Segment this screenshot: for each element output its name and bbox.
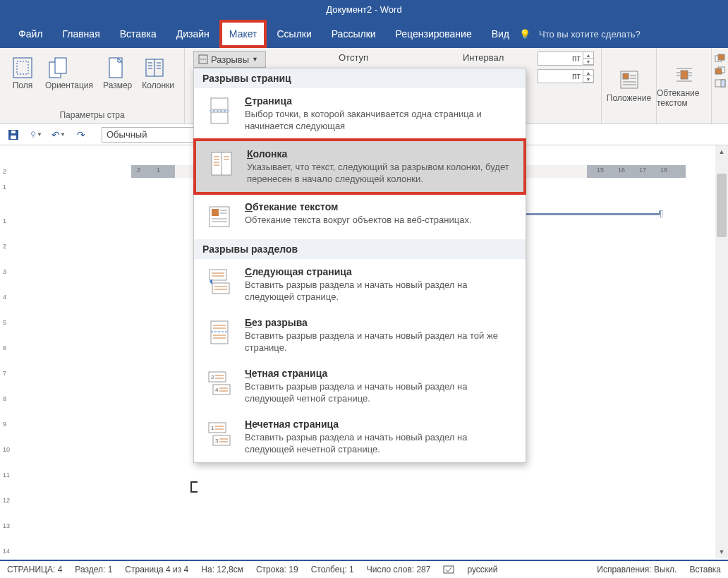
columns-icon[interactable] bbox=[142, 55, 167, 80]
scroll-thumb[interactable] bbox=[717, 174, 727, 237]
svg-rect-81 bbox=[11, 131, 16, 133]
svg-rect-1 bbox=[17, 61, 28, 74]
tab-file[interactable]: Файл bbox=[8, 20, 52, 48]
break-column-desc: Указывает, что текст, следующий за разры… bbox=[247, 161, 514, 185]
break-column-title: Колонка bbox=[247, 148, 514, 159]
svg-rect-3 bbox=[55, 58, 66, 73]
columns-label: Колонки bbox=[142, 80, 174, 90]
save-icon[interactable] bbox=[7, 128, 20, 141]
tab-references[interactable]: Ссылки bbox=[267, 20, 321, 48]
section-even-icon: 24 bbox=[204, 368, 235, 399]
svg-rect-46 bbox=[212, 209, 219, 216]
section-continuous-desc: Вставить разрыв раздела и начать новый р… bbox=[245, 330, 516, 354]
status-page-of[interactable]: Страница 4 из 4 bbox=[125, 565, 188, 574]
ribbon: Поля Ориентация Размер Колонки bbox=[0, 48, 728, 124]
breaks-button-label: Разрывы bbox=[211, 54, 249, 65]
redo-icon[interactable]: ↷ bbox=[75, 128, 87, 141]
size-label: Размер bbox=[103, 80, 132, 90]
section-odd-desc: Вставить разрыв раздела и начать новый р… bbox=[245, 431, 516, 455]
chevron-down-icon: ▼ bbox=[252, 56, 258, 63]
tab-review[interactable]: Рецензирование bbox=[386, 20, 482, 48]
status-line[interactable]: Строка: 19 bbox=[256, 565, 298, 574]
tab-mailings[interactable]: Рассылки bbox=[322, 20, 386, 48]
page-break-icon bbox=[204, 95, 235, 126]
tab-view[interactable]: Вид bbox=[482, 20, 519, 48]
section-continuous-title: Без разрыва bbox=[245, 317, 516, 328]
selection-pane-icon[interactable] bbox=[715, 79, 726, 88]
svg-rect-0 bbox=[13, 58, 32, 78]
svg-rect-35 bbox=[211, 112, 228, 124]
tab-home[interactable]: Главная bbox=[52, 20, 109, 48]
undo-icon[interactable]: ↶▼ bbox=[52, 128, 65, 141]
section-continuous-item[interactable]: Без разрываВставить разрыв раздела и нач… bbox=[194, 310, 526, 361]
svg-rect-52 bbox=[212, 283, 229, 294]
svg-text:3: 3 bbox=[215, 438, 219, 444]
scroll-up-icon[interactable]: ▲ bbox=[715, 145, 728, 158]
tell-me-input[interactable]: Что вы хотите сделать? bbox=[539, 29, 641, 40]
title-bar: Документ2 - Word bbox=[0, 0, 728, 20]
section-breaks-header: Разрывы разделов bbox=[194, 239, 526, 259]
svg-text:4: 4 bbox=[215, 387, 219, 393]
break-wrap-desc: Обтекание текста вокруг объектов на веб-… bbox=[245, 214, 472, 226]
break-page-desc: Выбор точки, в которой заканчивается одн… bbox=[245, 108, 516, 132]
wrap-text-button[interactable]: Обтекание текстом bbox=[656, 48, 711, 124]
section-odd-title: Нечетная страница bbox=[245, 419, 516, 430]
break-column-item[interactable]: КолонкаУказывает, что текст, следующий з… bbox=[196, 141, 523, 192]
interval-label: Интервал bbox=[463, 52, 504, 63]
status-section[interactable]: Раздел: 1 bbox=[75, 565, 112, 574]
text-cursor bbox=[190, 481, 198, 493]
svg-rect-80 bbox=[11, 136, 16, 139]
section-even-title: Четная страница bbox=[245, 368, 516, 379]
vertical-scrollbar[interactable]: ▲ ▼ bbox=[715, 145, 728, 558]
position-button[interactable]: Положение bbox=[601, 48, 656, 124]
svg-rect-83 bbox=[444, 566, 454, 573]
section-even-desc: Вставить разрыв раздела и начать новый р… bbox=[245, 380, 516, 404]
send-backward-icon[interactable] bbox=[715, 66, 726, 75]
column-break-mark bbox=[512, 213, 660, 215]
section-next-page-item[interactable]: Следующая страницаВставить разрыв раздел… bbox=[194, 259, 526, 310]
svg-rect-16 bbox=[623, 73, 629, 79]
break-page-item[interactable]: СтраницаВыбор точки, в которой заканчива… bbox=[194, 88, 526, 139]
status-bar: СТРАНИЦА: 4 Раздел: 1 Страница 4 из 4 На… bbox=[0, 560, 728, 578]
section-odd-item[interactable]: 13 Нечетная страницаВставить разрыв разд… bbox=[194, 411, 526, 462]
size-icon[interactable] bbox=[103, 55, 128, 80]
tab-insert[interactable]: Вставка bbox=[110, 20, 166, 48]
touch-mode-icon[interactable]: ▼ bbox=[30, 128, 42, 141]
column-break-icon bbox=[206, 148, 237, 179]
spin-up-icon[interactable]: ▲ bbox=[583, 70, 593, 76]
status-language[interactable]: русский bbox=[467, 565, 497, 574]
orientation-icon[interactable] bbox=[45, 55, 71, 80]
status-words[interactable]: Число слов: 287 bbox=[367, 565, 431, 574]
status-column[interactable]: Столбец: 1 bbox=[311, 565, 354, 574]
svg-rect-57 bbox=[211, 321, 228, 344]
section-odd-icon: 13 bbox=[204, 419, 235, 450]
spin-down-icon[interactable]: ▼ bbox=[583, 76, 593, 83]
status-track-changes[interactable]: Исправления: Выкл. bbox=[597, 565, 677, 574]
breaks-button[interactable]: Разрывы ▼ bbox=[193, 51, 266, 68]
status-page[interactable]: СТРАНИЦА: 4 bbox=[7, 565, 62, 574]
break-page-title: Страница bbox=[245, 95, 516, 107]
section-next-title: Следующая страница bbox=[245, 266, 516, 277]
page-breaks-header: Разрывы страниц bbox=[194, 68, 526, 88]
svg-text:2: 2 bbox=[211, 374, 214, 380]
status-position[interactable]: На: 12,8см bbox=[201, 565, 243, 574]
ribbon-tabs: Файл Главная Вставка Дизайн Макет Ссылки… bbox=[0, 20, 728, 48]
spacing-before-field[interactable]: пт▲▼ bbox=[538, 52, 594, 66]
margins-icon[interactable] bbox=[10, 55, 35, 80]
svg-rect-31 bbox=[715, 68, 722, 74]
bring-forward-icon[interactable] bbox=[715, 54, 726, 62]
scroll-down-icon[interactable]: ▼ bbox=[715, 546, 728, 558]
spellcheck-icon[interactable] bbox=[443, 565, 454, 574]
tab-design[interactable]: Дизайн bbox=[166, 20, 219, 48]
break-wrap-item[interactable]: Обтекание текстомОбтекание текста вокруг… bbox=[194, 194, 526, 239]
section-even-item[interactable]: 24 Четная страницаВставить разрыв раздел… bbox=[194, 361, 526, 411]
status-insert-mode[interactable]: Вставка bbox=[689, 565, 721, 574]
spin-down-icon[interactable]: ▼ bbox=[583, 59, 593, 65]
svg-rect-21 bbox=[681, 71, 688, 79]
spin-up-icon[interactable]: ▲ bbox=[583, 52, 593, 59]
spacing-after-field[interactable]: пт▲▼ bbox=[538, 69, 594, 83]
vertical-ruler[interactable]: 21 12 34 56 78 910 1112 1314 bbox=[1, 165, 14, 558]
svg-rect-29 bbox=[718, 54, 724, 60]
arrange-mini-buttons bbox=[711, 48, 728, 124]
tab-layout[interactable]: Макет bbox=[219, 20, 267, 48]
